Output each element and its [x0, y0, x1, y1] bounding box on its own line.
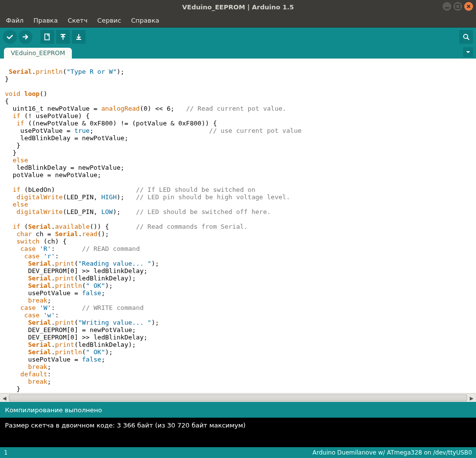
svg-rect-4: [76, 39, 81, 40]
svg-rect-1: [456, 4, 460, 8]
titlebar: VEduino_EEPROM | Arduino 1.5: [0, 0, 476, 14]
new-button[interactable]: [40, 30, 54, 44]
status-bar: Компилирование выполнено: [0, 402, 476, 418]
minimize-button[interactable]: [443, 2, 451, 11]
scroll-left-icon[interactable]: ◀: [0, 394, 8, 402]
footer: 1 Arduino Duemilanove w/ ATmega328 on /d…: [0, 447, 476, 458]
upload-button[interactable]: [19, 30, 32, 44]
board-info: Arduino Duemilanove w/ ATmega328 on /dev…: [313, 449, 472, 456]
svg-rect-0: [445, 7, 449, 8]
svg-rect-3: [61, 34, 65, 35]
line-number: 1: [4, 449, 8, 456]
maximize-button[interactable]: [453, 2, 462, 11]
menu-file[interactable]: Файл: [4, 16, 26, 25]
menu-help[interactable]: Справка: [129, 16, 161, 25]
console: Размер скетча в двоичном коде: 3 366 бай…: [0, 418, 476, 447]
svg-rect-2: [45, 34, 49, 40]
open-button[interactable]: [56, 30, 70, 44]
toolbar: [0, 28, 476, 46]
menu-edit[interactable]: Правка: [32, 16, 60, 25]
window-buttons: [443, 2, 473, 11]
menubar: Файл Правка Скетч Сервис Справка: [0, 14, 476, 28]
app-window: VEduino_EEPROM | Arduino 1.5 Файл Правка…: [0, 0, 476, 458]
save-button[interactable]: [72, 30, 86, 44]
tab-active[interactable]: VEduino_EEPROM: [4, 48, 72, 59]
close-button[interactable]: [464, 2, 473, 11]
tab-menu-button[interactable]: [463, 47, 473, 57]
editor-area: Serial.println("Type R or W"); } void lo…: [0, 58, 476, 402]
tabbar: VEduino_EEPROM: [0, 46, 476, 58]
scroll-right-icon[interactable]: ▶: [468, 394, 476, 402]
console-line: Размер скетча в двоичном коде: 3 366 бай…: [5, 422, 471, 429]
status-text: Компилирование выполнено: [5, 406, 102, 414]
menu-sketch[interactable]: Скетч: [65, 16, 89, 25]
menu-service[interactable]: Сервис: [95, 16, 124, 25]
code-editor[interactable]: Serial.println("Type R or W"); } void lo…: [0, 59, 476, 393]
verify-button[interactable]: [3, 30, 17, 44]
horizontal-scrollbar[interactable]: ◀ ▶: [0, 393, 476, 402]
window-title: VEduino_EEPROM | Arduino 1.5: [182, 3, 294, 11]
scroll-thumb[interactable]: [9, 395, 467, 401]
serial-monitor-button[interactable]: [459, 30, 473, 44]
